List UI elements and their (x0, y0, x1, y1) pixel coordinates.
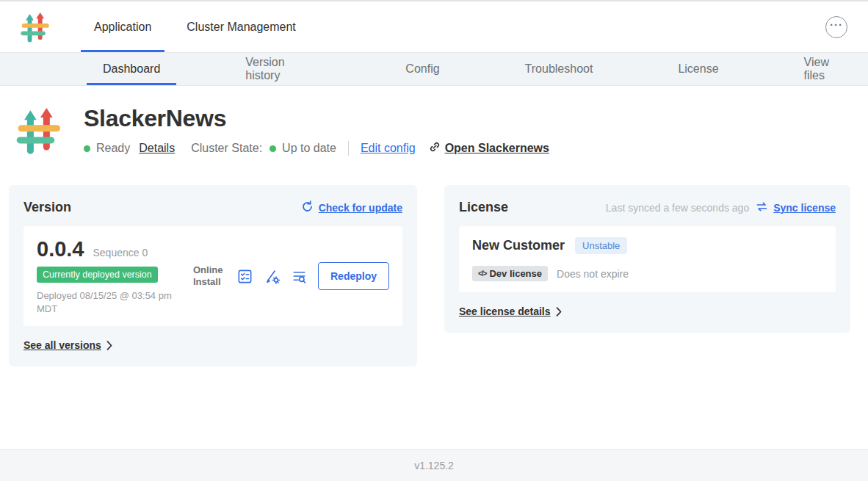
sequence-label: Sequence 0 (93, 247, 148, 258)
cluster-state-label: Cluster State: (191, 142, 262, 155)
divider (348, 141, 349, 156)
last-synced-text: Last synced a few seconds ago (606, 202, 749, 214)
logs-icon[interactable] (291, 267, 308, 285)
sync-icon (756, 201, 768, 214)
app-icon (16, 106, 62, 155)
license-card: License Last synced a few seconds ago Sy… (444, 185, 850, 333)
app-status-dot (84, 145, 90, 152)
sync-license-label: Sync license (773, 202, 836, 214)
subnav-dashboard-label: Dashboard (103, 62, 160, 76)
cluster-state-value: Up to date (282, 142, 336, 155)
subnav-version-history-label: Version history (245, 56, 320, 82)
console-version: v1.125.2 (414, 460, 454, 471)
deployed-timestamp: Deployed 08/15/25 @ 03:54 pm MDT (37, 289, 191, 315)
channel-badge: Unstable (575, 237, 627, 254)
release-notes-icon[interactable] (236, 267, 254, 285)
config-gear-icon[interactable] (264, 267, 281, 285)
subnav-view-files[interactable]: View files (788, 53, 868, 85)
tab-cluster-management[interactable]: Cluster Management (173, 1, 309, 52)
check-for-update-label: Check for update (319, 202, 402, 214)
subnav-config[interactable]: Config (389, 53, 455, 85)
subnav-troubleshoot[interactable]: Troubleshoot (509, 53, 610, 85)
cluster-state-dot (270, 145, 276, 152)
more-menu-icon[interactable]: ··· (825, 16, 847, 38)
version-number: 0.0.4 (37, 237, 84, 261)
subnav-view-files-label: View files (804, 56, 852, 82)
sync-license-link[interactable]: Sync license (756, 201, 836, 214)
refresh-icon (301, 200, 314, 215)
top-navbar: Application Cluster Management ··· (0, 0, 868, 53)
dashboard-cards: Version Check for update 0.0.4 Sequence … (9, 185, 850, 366)
license-expiry-text: Does not expire (557, 268, 629, 280)
subnav-version-history[interactable]: Version history (229, 53, 336, 85)
subnav-dashboard[interactable]: Dashboard (87, 53, 176, 85)
license-panel: New Customer Unstable </> Dev license Do… (459, 226, 836, 292)
see-license-details-label: See license details (459, 305, 551, 317)
subnav-license-label: License (678, 62, 718, 76)
subnav-config-label: Config (405, 62, 439, 76)
app-header: SlackerNews Ready Details Cluster State:… (16, 105, 868, 156)
external-link-icon (429, 141, 441, 156)
version-card-title: Version (23, 200, 71, 215)
license-card-title: License (459, 200, 508, 215)
app-status-row: Ready Details Cluster State: Up to date … (84, 141, 549, 156)
app-subnav: Dashboard Version history Config Trouble… (0, 53, 868, 86)
license-type-label: Dev license (489, 268, 542, 279)
open-app-link[interactable]: Open Slackernews (429, 141, 549, 156)
version-card: Version Check for update 0.0.4 Sequence … (9, 185, 417, 366)
subnav-license[interactable]: License (662, 53, 734, 85)
edit-config-link[interactable]: Edit config (361, 142, 416, 155)
customer-name: New Customer (472, 238, 565, 253)
redeploy-button[interactable]: Redeploy (318, 262, 389, 290)
chevron-right-icon (106, 341, 112, 350)
footer: v1.125.2 (0, 449, 868, 481)
page-title: SlackerNews (84, 105, 549, 132)
license-type-badge: </> Dev license (472, 266, 548, 281)
top-tabs: Application Cluster Management (81, 1, 318, 52)
tab-application-label: Application (94, 21, 151, 34)
check-for-update-link[interactable]: Check for update (301, 200, 402, 215)
deployed-badge: Currently deployed version (37, 267, 158, 283)
tab-cluster-management-label: Cluster Management (187, 21, 296, 34)
install-type-label: Online Install (193, 264, 227, 289)
tab-application[interactable]: Application (81, 1, 164, 52)
app-status-text: Ready (96, 142, 130, 155)
open-app-label: Open Slackernews (445, 142, 549, 155)
subnav-troubleshoot-label: Troubleshoot (525, 62, 593, 76)
see-license-details-link[interactable]: See license details (459, 305, 562, 317)
current-version-panel: 0.0.4 Sequence 0 Currently deployed vers… (23, 226, 402, 326)
details-link[interactable]: Details (139, 142, 175, 155)
see-all-versions-label: See all versions (23, 339, 101, 351)
code-icon: </> (478, 270, 486, 278)
slackernews-logo-icon[interactable] (21, 12, 50, 43)
see-all-versions-link[interactable]: See all versions (23, 339, 112, 351)
chevron-right-icon (556, 307, 562, 317)
